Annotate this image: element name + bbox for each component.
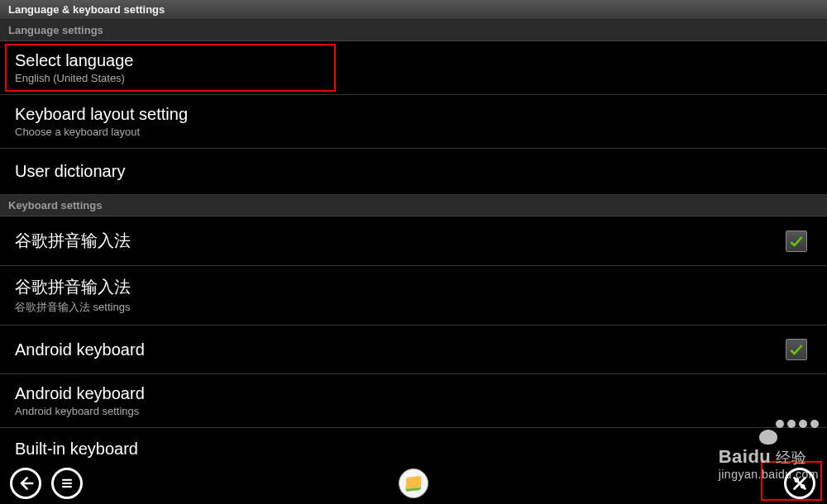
menu-button[interactable] [51, 468, 83, 499]
item-primary: Select language [15, 51, 133, 70]
title-text: Language & keyboard settings [8, 3, 165, 16]
item-secondary: 谷歌拼音输入法 settings [15, 300, 131, 315]
section-header-language: Language settings [0, 20, 827, 41]
title-bar: Language & keyboard settings [0, 0, 827, 20]
layers-icon [406, 476, 421, 491]
arrow-left-icon [17, 475, 34, 492]
item-ime-google-pinyin-toggle[interactable]: 谷歌拼音输入法 [0, 216, 827, 266]
section-header-label: Language settings [8, 24, 103, 36]
item-keyboard-layout[interactable]: Keyboard layout setting Choose a keyboar… [0, 95, 827, 149]
item-builtin-keyboard[interactable]: Built-in keyboard [0, 428, 827, 463]
home-button[interactable] [399, 468, 428, 498]
item-secondary: Choose a keyboard layout [15, 126, 188, 138]
item-primary: User dictionary [15, 162, 125, 181]
close-x-icon [791, 474, 809, 492]
item-ime-google-pinyin-settings[interactable]: 谷歌拼音输入法 谷歌拼音输入法 settings [0, 266, 827, 326]
bottom-bar [0, 463, 827, 504]
item-primary: Keyboard layout setting [15, 105, 188, 124]
item-primary: Android keyboard [15, 340, 145, 359]
close-button[interactable] [784, 468, 815, 499]
item-user-dictionary[interactable]: User dictionary [0, 149, 827, 195]
svg-point-5 [795, 478, 800, 483]
svg-point-6 [801, 484, 805, 489]
menu-lines-icon [59, 475, 75, 492]
checkbox-checked-icon[interactable] [786, 231, 807, 252]
item-primary: Android keyboard [15, 384, 145, 403]
item-secondary: English (United States) [15, 72, 133, 84]
item-primary: Built-in keyboard [15, 440, 138, 459]
item-primary: 谷歌拼音输入法 [15, 276, 131, 298]
checkbox-checked-icon[interactable] [786, 339, 807, 360]
section-header-label: Keyboard settings [8, 199, 102, 212]
item-select-language[interactable]: Select language English (United States) [0, 41, 827, 95]
scroll-area: Language settings Select language Englis… [0, 20, 827, 463]
section-header-keyboard: Keyboard settings [0, 195, 827, 216]
item-android-keyboard-settings[interactable]: Android keyboard Android keyboard settin… [0, 374, 827, 428]
item-primary: 谷歌拼音输入法 [15, 230, 131, 252]
back-button[interactable] [10, 468, 41, 499]
item-secondary: Android keyboard settings [15, 405, 145, 417]
item-android-keyboard-toggle[interactable]: Android keyboard [0, 326, 827, 374]
